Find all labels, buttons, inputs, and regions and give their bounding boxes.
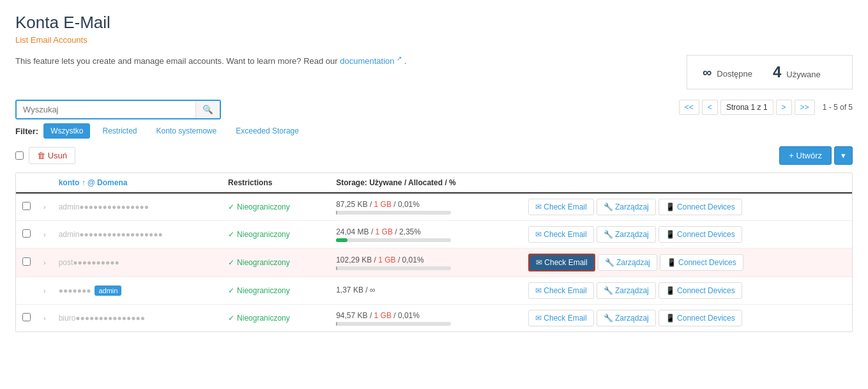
check-email-button[interactable]: ✉ Check Email bbox=[528, 254, 595, 271]
manage-button[interactable]: 🔧 Zarządzaj bbox=[597, 282, 656, 299]
create-button[interactable]: + Utwórz bbox=[779, 146, 832, 165]
restriction-value: ✓Nieograniczony bbox=[228, 202, 290, 211]
page-title: Konta E-Mail bbox=[15, 13, 853, 33]
table-row: ›admin●●●●●●●●●●●●●●●✓Nieograniczony87,2… bbox=[16, 193, 852, 221]
check-email-button[interactable]: ✉ Check Email bbox=[528, 226, 594, 243]
row-checkbox[interactable] bbox=[22, 313, 31, 321]
manage-button[interactable]: 🔧 Zarządzaj bbox=[597, 199, 656, 215]
page-header: Konta E-Mail List Email Accounts bbox=[15, 13, 853, 45]
check-icon: ✓ bbox=[228, 314, 234, 323]
pagination-row: << < Strona 1 z 1 > >> 1 - 5 of 5 bbox=[679, 100, 853, 115]
toolbar-left: 🗑 Usuń bbox=[15, 147, 75, 164]
storage-text: 1,37 KB / ∞ bbox=[336, 286, 515, 294]
table-row: ›biuro●●●●●●●●●●●●●●●✓Nieograniczony94,5… bbox=[16, 305, 852, 332]
table-header-row: konto ↑ @ Domena Restrictions Storage: U… bbox=[16, 173, 852, 193]
check-email-icon: ✉ bbox=[536, 258, 542, 267]
filter-all[interactable]: Wszystko bbox=[43, 123, 90, 139]
page-subtitle: List Email Accounts bbox=[15, 35, 853, 45]
stats-box: ∞ Dostępne 4 Używane bbox=[687, 55, 853, 89]
storage-text: 102,29 KB / 1 GB / 0,01% bbox=[336, 256, 515, 264]
delete-button[interactable]: 🗑 Usuń bbox=[29, 147, 75, 164]
storage-text: 24,04 MB / 1 GB / 2,35% bbox=[336, 227, 515, 236]
storage-text: 87,25 KB / 1 GB / 0,01% bbox=[336, 200, 515, 209]
actions-cell: ✉ Check Email🔧 Zarządzaj📱 Connect Device… bbox=[522, 277, 852, 305]
documentation-link[interactable]: documentation ↗ bbox=[340, 56, 404, 66]
row-checkbox[interactable] bbox=[22, 202, 31, 210]
progress-bar-bg bbox=[336, 322, 451, 326]
account-cell: post●●●●●●●●●● bbox=[52, 248, 222, 277]
gear-button[interactable]: ▾ bbox=[834, 146, 853, 165]
description: This feature lets you create and manage … bbox=[15, 55, 406, 66]
check-email-button[interactable]: ✉ Check Email bbox=[528, 282, 594, 299]
connect-devices-button[interactable]: 📱 Connect Devices bbox=[660, 254, 743, 271]
storage-cell: 94,57 KB / 1 GB / 0,01% bbox=[330, 305, 522, 332]
expand-icon[interactable]: › bbox=[43, 314, 46, 322]
pagination-next[interactable]: > bbox=[776, 100, 792, 115]
row-checkbox[interactable] bbox=[22, 257, 31, 266]
progress-bar-bg bbox=[336, 238, 451, 242]
filter-system[interactable]: Konto systemowe bbox=[149, 123, 224, 139]
table-row: ›admin●●●●●●●●●●●●●●●●●●✓Nieograniczony2… bbox=[16, 221, 852, 248]
check-email-icon: ✉ bbox=[535, 314, 542, 323]
storage-cell: 24,04 MB / 1 GB / 2,35% bbox=[330, 221, 522, 248]
header-konto: konto ↑ @ Domena bbox=[52, 173, 222, 193]
restriction-cell: ✓Nieograniczony bbox=[222, 305, 330, 332]
search-box: 🔍 bbox=[15, 100, 221, 119]
expand-icon[interactable]: › bbox=[43, 231, 46, 238]
filter-restricted[interactable]: Restricted bbox=[95, 123, 144, 139]
progress-bar-fill bbox=[336, 238, 347, 242]
manage-button[interactable]: 🔧 Zarządzaj bbox=[598, 254, 657, 271]
restriction-cell: ✓Nieograniczony bbox=[222, 277, 330, 305]
check-email-button[interactable]: ✉ Check Email bbox=[528, 199, 594, 215]
check-icon: ✓ bbox=[228, 230, 234, 239]
expand-icon[interactable]: › bbox=[43, 287, 46, 294]
restriction-value: ✓Nieograniczony bbox=[228, 258, 290, 267]
connect-devices-button[interactable]: 📱 Connect Devices bbox=[659, 282, 742, 299]
actions-cell: ✉ Check Email🔧 Zarządzaj📱 Connect Device… bbox=[522, 305, 852, 332]
manage-button[interactable]: 🔧 Zarządzaj bbox=[597, 310, 656, 326]
restriction-value: ✓Nieograniczony bbox=[228, 286, 290, 295]
used-value: 4 bbox=[773, 63, 781, 81]
search-button[interactable]: 🔍 bbox=[195, 101, 220, 118]
expand-icon[interactable]: › bbox=[43, 259, 46, 266]
search-input[interactable] bbox=[17, 101, 195, 118]
filter-exceeded[interactable]: Exceeded Storage bbox=[229, 123, 306, 139]
connect-devices-button[interactable]: 📱 Connect Devices bbox=[659, 226, 742, 243]
pagination-last[interactable]: >> bbox=[795, 100, 815, 115]
manage-button[interactable]: 🔧 Zarządzaj bbox=[597, 226, 656, 243]
progress-bar-fill bbox=[336, 266, 337, 270]
storage-text: 94,57 KB / 1 GB / 0,01% bbox=[336, 311, 515, 320]
restriction-value: ✓Nieograniczony bbox=[228, 314, 290, 323]
expand-icon[interactable]: › bbox=[43, 203, 46, 211]
actions-cell: ✉ Check Email🔧 Zarządzaj📱 Connect Device… bbox=[522, 221, 852, 248]
restriction-cell: ✓Nieograniczony bbox=[222, 221, 330, 248]
check-icon: ✓ bbox=[228, 258, 234, 267]
filter-label: Filter: bbox=[15, 126, 38, 136]
header-actions bbox=[522, 173, 852, 193]
available-value: ∞ bbox=[703, 65, 712, 80]
device-icon: 📱 bbox=[666, 314, 675, 323]
check-email-button[interactable]: ✉ Check Email bbox=[528, 310, 594, 326]
actions-cell: ✉ Check Email🔧 Zarządzaj📱 Connect Device… bbox=[522, 193, 852, 221]
pagination-prev[interactable]: < bbox=[702, 100, 718, 115]
account-name: biuro●●●●●●●●●●●●●●● bbox=[59, 314, 145, 323]
sort-konto-link[interactable]: konto ↑ @ Domena bbox=[59, 178, 128, 187]
email-accounts-table: konto ↑ @ Domena Restrictions Storage: U… bbox=[15, 172, 853, 332]
storage-cell: 102,29 KB / 1 GB / 0,01% bbox=[330, 248, 522, 277]
pagination-first[interactable]: << bbox=[679, 100, 699, 115]
connect-devices-button[interactable]: 📱 Connect Devices bbox=[659, 199, 742, 215]
check-icon: ✓ bbox=[228, 286, 234, 295]
device-icon: 📱 bbox=[666, 286, 675, 295]
wrench-icon: 🔧 bbox=[604, 202, 613, 211]
pagination-page-info[interactable]: Strona 1 z 1 bbox=[720, 100, 773, 115]
account-name: post●●●●●●●●●● bbox=[59, 258, 119, 267]
select-all-checkbox[interactable] bbox=[15, 151, 24, 160]
restriction-value: ✓Nieograniczony bbox=[228, 230, 290, 239]
progress-bar-bg bbox=[336, 266, 451, 270]
table-row: ›●●●●●●●admin✓Nieograniczony1,37 KB / ∞✉… bbox=[16, 277, 852, 305]
device-icon: 📱 bbox=[666, 202, 675, 211]
row-checkbox[interactable] bbox=[22, 229, 31, 238]
device-icon: 📱 bbox=[667, 258, 676, 267]
header-storage: Storage: Używane / Allocated / % bbox=[330, 173, 522, 193]
connect-devices-button[interactable]: 📱 Connect Devices bbox=[659, 310, 742, 326]
